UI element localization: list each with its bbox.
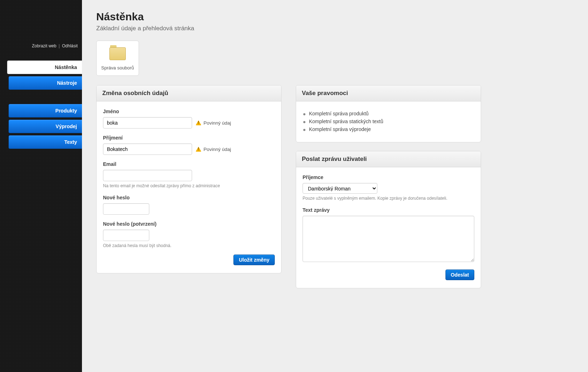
view-site-link[interactable]: Zobrazit web	[32, 43, 56, 48]
logout-link[interactable]: Odhlásit	[62, 43, 78, 48]
tile-file-manager[interactable]: Správa souborů	[96, 41, 139, 76]
page-title: Nástěnka	[96, 11, 574, 23]
panel-send-message-header: Poslat zprávu uživateli	[296, 151, 481, 167]
nav-item-tools[interactable]: Nástroje	[9, 76, 82, 90]
panel-permissions-header: Vaše pravomoci	[296, 85, 481, 101]
save-button[interactable]: Uložit změny	[233, 255, 275, 265]
main-nav: Nástěnka Nástroje Produkty Výprodej Text…	[0, 61, 82, 149]
main-content: Nástěnka Základní údaje a přehledová str…	[82, 0, 588, 372]
nav-group-2: Produkty Výprodej Texty	[0, 104, 82, 149]
pass-hint: Obě zadaná hesla musí být shodná.	[103, 243, 275, 248]
top-links: Zobrazit web | Odhlásit	[32, 43, 78, 48]
recipient-select[interactable]: Damborský Roman	[303, 183, 377, 194]
newpass-input[interactable]	[103, 203, 149, 215]
recipient-hint: Pouze uživatelé s vyplněným emailem. Kop…	[303, 196, 474, 201]
required-badge: Povinný údaj	[196, 147, 231, 152]
permission-item: Kompletní správa statických textů	[303, 119, 474, 124]
warning-icon	[196, 147, 201, 152]
nav-item-dashboard[interactable]: Nástěnka	[7, 61, 82, 74]
recipient-label: Příjemce	[303, 174, 474, 180]
required-badge: Povinný údaj	[196, 120, 231, 126]
nav-item-products[interactable]: Produkty	[9, 104, 82, 117]
permissions-list: Kompletní správa produktů Kompletní sprá…	[303, 111, 474, 132]
permission-item: Kompletní správa výprodeje	[303, 126, 474, 132]
panel-personal-header: Změna osobních údajů	[97, 85, 281, 101]
newpass2-input[interactable]	[103, 230, 149, 241]
email-label: Email	[103, 161, 275, 167]
required-text: Povinný údaj	[203, 147, 231, 152]
email-input[interactable]	[103, 170, 192, 181]
newpass2-label: Nové heslo (potvrzení)	[103, 221, 275, 227]
message-body-input[interactable]	[303, 216, 474, 262]
lastname-input[interactable]	[103, 143, 192, 155]
panel-send-message: Poslat zprávu uživateli Příjemce Dambors…	[296, 151, 481, 288]
permission-item: Kompletní správa produktů	[303, 111, 474, 116]
separator: |	[59, 43, 60, 48]
nav-group-1: Nástěnka Nástroje	[0, 61, 82, 90]
sidebar: Zobrazit web | Odhlásit Nástěnka Nástroj…	[0, 0, 82, 372]
warning-icon	[196, 120, 201, 125]
firstname-input[interactable]	[103, 117, 192, 129]
send-button[interactable]: Odeslat	[445, 269, 474, 280]
email-hint: Na tento email je možné odesílat zprávy …	[103, 183, 275, 188]
page-subtitle: Základní údaje a přehledová stránka	[96, 25, 574, 32]
message-body-label: Text zprávy	[303, 207, 474, 213]
nav-item-sale[interactable]: Výprodej	[9, 120, 82, 133]
panel-permissions: Vaše pravomoci Kompletní správa produktů…	[296, 85, 481, 142]
required-text: Povinný údaj	[203, 120, 231, 126]
lastname-label: Příjmení	[103, 135, 275, 141]
folder-icon	[109, 47, 126, 60]
firstname-label: Jméno	[103, 109, 275, 114]
nav-item-texts[interactable]: Texty	[9, 135, 82, 149]
tile-label: Správa souborů	[99, 65, 136, 70]
panel-personal-data: Změna osobních údajů Jméno Povinný údaj	[96, 85, 282, 273]
newpass-label: Nové heslo	[103, 195, 275, 200]
